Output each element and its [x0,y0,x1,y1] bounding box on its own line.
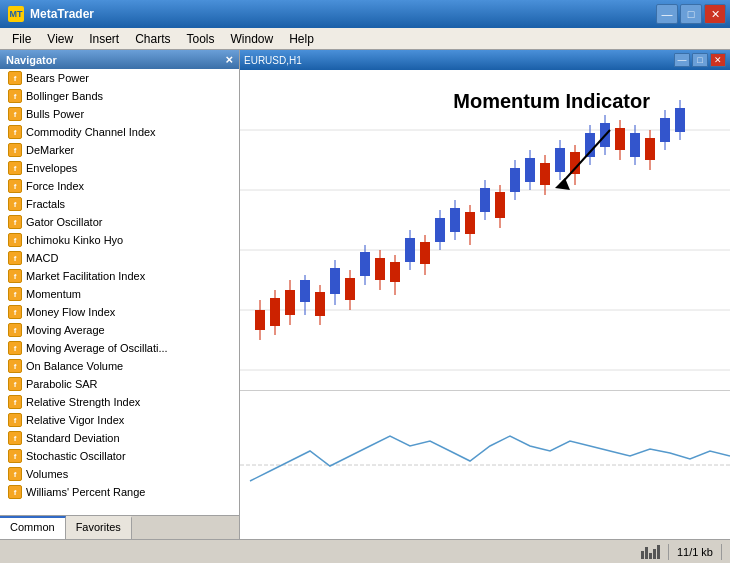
menu-charts[interactable]: Charts [127,30,178,48]
indicator-label: Relative Strength Index [26,396,140,408]
nav-item[interactable]: fMoving Average of Oscillati... [0,339,239,357]
nav-item[interactable]: fMoney Flow Index [0,303,239,321]
main-content: Navigator × fBears PowerfBollinger Bands… [0,50,730,539]
nav-item[interactable]: fParabolic SAR [0,375,239,393]
navigator-title: Navigator [6,54,57,66]
nav-item[interactable]: fVolumes [0,465,239,483]
svg-rect-17 [330,268,340,294]
navigator-close-button[interactable]: × [225,53,233,66]
nav-item[interactable]: fGator Oscillator [0,213,239,231]
menu-view[interactable]: View [39,30,81,48]
indicator-label: Market Facilitation Index [26,270,145,282]
indicator-icon: f [8,107,22,121]
svg-rect-61 [660,118,670,142]
indicator-icon: f [8,449,22,463]
nav-item[interactable]: fEnvelopes [0,159,239,177]
nav-item[interactable]: fStandard Deviation [0,429,239,447]
maximize-button[interactable]: □ [680,4,702,24]
nav-item[interactable]: fMarket Facilitation Index [0,267,239,285]
svg-rect-15 [315,292,325,316]
indicator-label: Relative Vigor Index [26,414,124,426]
nav-item[interactable]: fForce Index [0,177,239,195]
indicator-icon: f [8,395,22,409]
nav-item[interactable]: fBollinger Bands [0,87,239,105]
status-bar-divider [668,544,669,560]
indicator-label: Moving Average [26,324,105,336]
svg-rect-0 [240,70,730,390]
indicator-label: Bollinger Bands [26,90,103,102]
nav-item[interactable]: fOn Balance Volume [0,357,239,375]
menu-tools[interactable]: Tools [179,30,223,48]
nav-item[interactable]: fWilliams' Percent Range [0,483,239,501]
navigator-list[interactable]: fBears PowerfBollinger BandsfBulls Power… [0,69,239,515]
indicator-label: Money Flow Index [26,306,115,318]
indicator-label: Momentum [26,288,81,300]
status-bar: 11/1 kb [0,539,730,563]
svg-rect-11 [285,290,295,315]
indicator-label: Volumes [26,468,68,480]
indicator-icon: f [8,179,22,193]
nav-item[interactable]: fRelative Vigor Index [0,411,239,429]
nav-item[interactable]: fMoving Average [0,321,239,339]
indicator-icon: f [8,197,22,211]
app-icon: MT [8,6,24,22]
nav-item[interactable]: fIchimoku Kinko Hyo [0,231,239,249]
nav-item[interactable]: fBulls Power [0,105,239,123]
indicator-label: Commodity Channel Index [26,126,156,138]
nav-item[interactable]: fStochastic Oscillator [0,447,239,465]
menu-insert[interactable]: Insert [81,30,127,48]
indicator-icon: f [8,377,22,391]
navigator-panel: Navigator × fBears PowerfBollinger Bands… [0,50,240,539]
indicator-icon: f [8,269,22,283]
indicator-label: Gator Oscillator [26,216,102,228]
nav-item[interactable]: fRelative Strength Index [0,393,239,411]
momentum-chart [240,390,730,539]
indicator-icon: f [8,413,22,427]
nav-item[interactable]: fBears Power [0,69,239,87]
svg-rect-31 [435,218,445,242]
menu-help[interactable]: Help [281,30,322,48]
close-button[interactable]: ✕ [704,4,726,24]
indicator-icon: f [8,323,22,337]
tab-favorites[interactable]: Favorites [66,516,132,539]
menu-window[interactable]: Window [223,30,282,48]
svg-marker-65 [555,178,570,190]
indicator-icon: f [8,161,22,175]
menu-file[interactable]: File [4,30,39,48]
svg-rect-7 [255,310,265,330]
indicator-icon: f [8,485,22,499]
inner-maximize-button[interactable]: □ [692,53,708,67]
tab-common[interactable]: Common [0,516,66,539]
svg-rect-33 [450,208,460,232]
menu-bar: File View Insert Charts Tools Window Hel… [0,28,730,50]
indicator-label: Ichimoku Kinko Hyo [26,234,123,246]
status-bar-divider2 [721,544,722,560]
nav-item[interactable]: fMomentum [0,285,239,303]
indicator-icon: f [8,431,22,445]
inner-minimize-button[interactable]: — [674,53,690,67]
svg-rect-37 [480,188,490,212]
inner-window-controls: — □ ✕ [674,53,726,67]
nav-item[interactable]: fDeMarker [0,141,239,159]
indicator-icon: f [8,71,22,85]
svg-rect-39 [495,192,505,218]
svg-line-64 [560,130,610,185]
indicator-label: Williams' Percent Range [26,486,145,498]
minimize-button[interactable]: — [656,4,678,24]
inner-close-button[interactable]: ✕ [710,53,726,67]
nav-item[interactable]: fMACD [0,249,239,267]
inner-window-bar: EURUSD,H1 — □ ✕ [240,50,730,70]
indicator-label: Envelopes [26,162,77,174]
indicator-label: Bulls Power [26,108,84,120]
indicator-icon: f [8,287,22,301]
svg-rect-35 [465,212,475,234]
indicator-label: Standard Deviation [26,432,120,444]
indicator-icon: f [8,251,22,265]
svg-rect-25 [390,262,400,282]
inner-window-title: EURUSD,H1 [244,55,302,66]
nav-item[interactable]: fCommodity Channel Index [0,123,239,141]
indicator-icon: f [8,233,22,247]
nav-item[interactable]: fFractals [0,195,239,213]
svg-rect-13 [300,280,310,302]
indicator-icon: f [8,89,22,103]
